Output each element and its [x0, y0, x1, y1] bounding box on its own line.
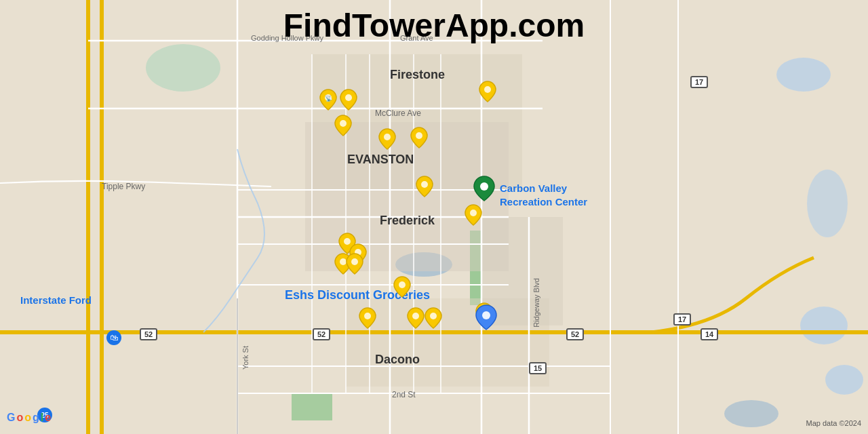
svg-point-52 [430, 313, 437, 319]
svg-rect-9 [292, 393, 332, 420]
highway-shield-17-se: 17 [673, 313, 691, 326]
tower-marker-5[interactable] [410, 126, 429, 152]
tower-marker-3[interactable] [334, 114, 353, 140]
svg-point-40 [340, 120, 347, 127]
svg-point-56 [482, 311, 490, 319]
svg-point-49 [399, 281, 406, 288]
svg-point-39 [345, 94, 352, 101]
svg-point-7 [724, 400, 778, 427]
tower-marker-12[interactable] [393, 275, 412, 301]
svg-point-2 [776, 58, 831, 92]
label-carbon-valley: Carbon ValleyRecreation Center [500, 182, 587, 208]
svg-point-51 [412, 313, 419, 319]
label-interstate-ford: Interstate Ford [20, 294, 92, 306]
svg-point-48 [351, 258, 358, 265]
svg-point-50 [364, 313, 371, 319]
svg-point-44 [470, 210, 477, 216]
tower-marker-6[interactable] [415, 175, 434, 201]
tower-marker-11[interactable] [345, 252, 364, 278]
svg-point-3 [807, 170, 848, 237]
svg-point-42 [416, 132, 422, 139]
highway-shield-14: 14 [701, 328, 718, 340]
svg-point-41 [384, 134, 391, 140]
svg-point-55 [480, 182, 488, 191]
map-container: FindTowerApp.com Firestone McClure Ave E… [0, 0, 868, 434]
highway-shield-52-w: 52 [140, 328, 157, 340]
svg-point-43 [421, 181, 428, 188]
tower-marker-7[interactable] [464, 203, 483, 229]
google-logo-text: G [7, 412, 15, 424]
green-location-marker[interactable] [473, 175, 496, 205]
highway-shield-52-e: 52 [566, 328, 584, 340]
shopping-icon[interactable]: 🛍 [106, 330, 121, 345]
svg-point-54 [484, 86, 491, 93]
map-attribution: Map data ©2024 [806, 419, 862, 427]
highway-shield-17-ne: 17 [690, 76, 708, 88]
tower-marker-4[interactable] [378, 127, 397, 153]
tower-marker-14[interactable] [406, 307, 425, 332]
highway-shield-52-mid: 52 [313, 328, 330, 340]
tower-marker-2[interactable] [339, 88, 358, 114]
tower-marker-17[interactable] [478, 80, 497, 106]
svg-text:📡: 📡 [325, 94, 333, 102]
tower-marker-15[interactable] [424, 307, 443, 332]
blue-tower-marker[interactable] [475, 304, 498, 334]
tower-marker-1[interactable]: 📡 [319, 88, 338, 114]
svg-point-4 [800, 307, 848, 344]
svg-point-5 [825, 365, 863, 395]
highway-shield-15: 15 [529, 362, 547, 374]
tower-marker-13[interactable] [358, 307, 377, 332]
google-logo: Google [7, 412, 51, 424]
svg-point-1 [146, 44, 220, 92]
